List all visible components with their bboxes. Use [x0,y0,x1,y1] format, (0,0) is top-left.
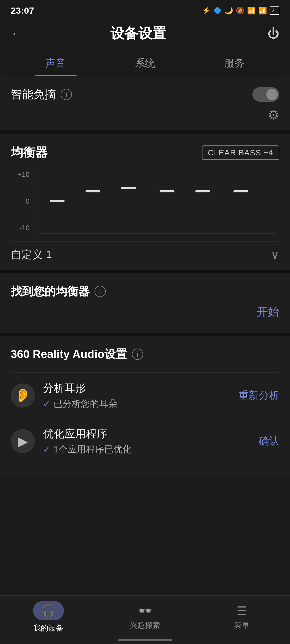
app-status: 1个应用程序已优化 [53,443,132,456]
smart-avoid-title: 智能免摘 [11,87,56,102]
eq-band-1[interactable] [50,200,65,202]
smart-avoid-info-icon[interactable]: i [61,89,72,100]
smart-avoid-label: 智能免摘 i [11,87,72,102]
alarm-icon: 🔕 [236,6,244,15]
eq-label-minus10: -10 [19,224,30,232]
eq-band-6[interactable] [233,190,248,192]
smart-avoid-toggle[interactable] [252,87,279,102]
chevron-down-icon[interactable]: ∨ [271,248,279,261]
find-eq-section: 找到您的均衡器 i 开始 [0,273,290,333]
eq-label-plus10: +10 [18,170,30,179]
nav-menu-icon: ☰ [237,604,247,618]
nav-explore-icon: 👓 [138,604,153,618]
nav-my-device[interactable]: 🎧 我的设备 [0,601,97,633]
section-divider-3 [0,333,290,336]
home-indicator [118,639,172,641]
ear-item-name: 分析耳形 [43,381,117,396]
signal-icon: 📶 [247,6,256,15]
wifi-icon: 📶 [258,6,267,15]
ear-action-button[interactable]: 重新分析 [238,389,279,402]
section-divider-2 [0,270,290,273]
tab-system[interactable]: 系统 [124,51,166,76]
play-icon: ▶ [11,429,35,453]
clear-bass-badge[interactable]: CLEAR BASS +4 [202,145,279,160]
tab-service[interactable]: 服务 [213,51,255,76]
app-action-button[interactable]: 确认 [259,434,279,448]
status-icons: ⚡ 🔷 🌙 🔕 📶 📶 21 [202,6,279,15]
ear-analysis-item: 👂 分析耳形 ✓ 已分析您的耳朵 重新分析 [11,372,279,418]
eq-sliders [38,169,277,233]
tab-sound[interactable]: 声音 [35,51,77,76]
equalizer-section: 均衡器 CLEAR BASS +4 +10 0 -10 [0,134,290,270]
find-eq-title: 找到您的均衡器 [11,284,90,299]
nav-menu[interactable]: ☰ 菜单 [193,604,290,631]
battery-icon: 21 [270,6,279,15]
eq-band-2[interactable] [86,190,100,192]
nav-menu-label: 菜单 [234,620,249,631]
status-bar: 23:07 ⚡ 🔷 🌙 🔕 📶 📶 21 [0,0,290,19]
reality-audio-title: 360 Reality Audio设置 [11,347,127,362]
bottom-nav: 🎧 我的设备 👓 兴趣探索 ☰ 菜单 [0,595,290,644]
eq-band-5[interactable] [195,190,210,192]
eq-label-zero: 0 [26,197,30,206]
ear-icon: 👂 [11,383,35,408]
page-title: 设备设置 [23,24,254,43]
gear-icon[interactable]: ⚙ [268,107,279,122]
ear-status: 已分析您的耳朵 [53,398,117,410]
nav-my-device-icon: 🎧 [33,601,64,620]
top-bar: ← 设备设置 ⏻ [0,19,290,51]
eq-preset-row[interactable]: 自定义 1 ∨ [11,241,279,262]
app-optimization-item: ▶ 优化应用程序 ✓ 1个应用程序已优化 确认 [11,418,279,464]
find-eq-info-icon[interactable]: i [95,286,106,297]
eq-title: 均衡器 [11,144,48,161]
app-check-icon: ✓ [43,444,50,455]
eq-band-4[interactable] [160,190,174,192]
back-button[interactable]: ← [11,27,23,40]
smart-avoid-section: 智能免摘 i ⚙ [0,76,290,130]
status-time: 23:07 [11,5,34,16]
bluetooth-icon2: 🔷 [213,6,222,15]
find-eq-start-button[interactable]: 开始 [257,304,279,319]
reality-audio-section: 360 Reality Audio设置 i 👂 分析耳形 ✓ 已分析您的耳朵 重… [0,336,290,477]
app-item-name: 优化应用程序 [43,426,132,441]
nav-my-device-label: 我的设备 [33,623,63,633]
tab-bar: 声音 系统 服务 [11,51,279,76]
power-button[interactable]: ⏻ [267,27,279,40]
moon-icon: 🌙 [224,6,233,15]
eq-preset-label: 自定义 1 [11,247,52,262]
section-divider-1 [0,130,290,134]
reality-audio-info-icon[interactable]: i [132,349,143,360]
ear-check-icon: ✓ [43,399,50,409]
eq-chart [38,169,277,233]
nav-explore[interactable]: 👓 兴趣探索 [97,604,193,631]
nav-explore-label: 兴趣探索 [130,620,160,631]
bluetooth-icon: ⚡ [202,6,211,15]
eq-band-3[interactable] [121,187,136,189]
